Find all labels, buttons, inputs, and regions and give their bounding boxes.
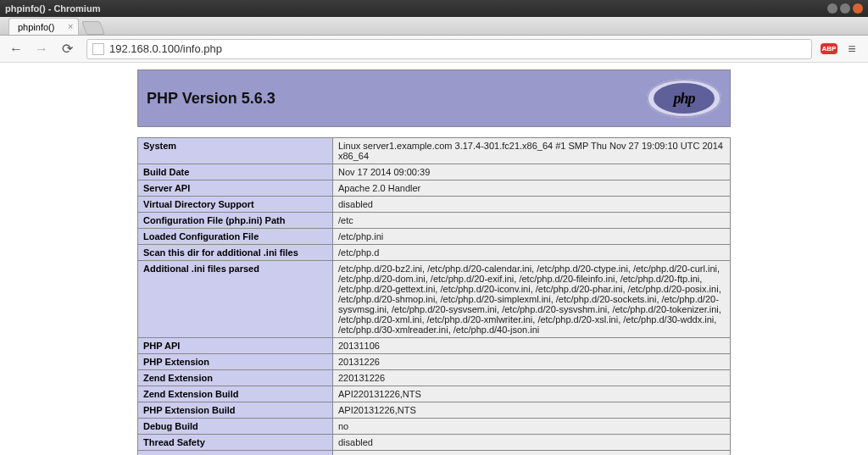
table-row: Server APIApache 2.0 Handler <box>138 180 731 197</box>
new-tab-button[interactable] <box>82 21 106 35</box>
tab-close-icon[interactable]: × <box>68 21 73 31</box>
info-value: disabled <box>333 435 731 451</box>
table-row: Zend Extension220131226 <box>138 370 731 386</box>
reload-button[interactable]: ⟳ <box>56 38 78 60</box>
info-key: Zend Signal Handling <box>138 451 333 456</box>
info-key: Scan this dir for additional .ini files <box>138 245 333 261</box>
window-close-button[interactable] <box>853 3 863 14</box>
window-minimize-button[interactable] <box>827 3 837 14</box>
back-button[interactable]: ← <box>5 38 27 60</box>
info-key: PHP API <box>138 338 333 354</box>
page-icon <box>92 43 104 55</box>
info-key: Zend Extension Build <box>138 386 333 402</box>
info-value: 220131226 <box>333 370 731 386</box>
table-row: PHP Extension20131226 <box>138 354 731 370</box>
window-maximize-button[interactable] <box>840 3 850 14</box>
forward-button[interactable]: → <box>31 38 53 60</box>
os-titlebar: phpinfo() - Chromium <box>0 0 868 17</box>
tab-title: phpinfo() <box>18 22 54 32</box>
address-bar-text: 192.168.0.100/info.php <box>109 42 806 55</box>
info-key: Thread Safety <box>138 435 333 451</box>
table-row: Zend Signal Handlingdisabled <box>138 451 731 456</box>
hamburger-icon: ≡ <box>848 42 855 57</box>
info-value: Linux server1.example.com 3.17.4-301.fc2… <box>333 138 731 164</box>
info-key: Zend Extension <box>138 370 333 386</box>
info-value: /etc/php.ini <box>333 229 731 245</box>
info-value: Nov 17 2014 09:00:39 <box>333 164 731 180</box>
info-value: disabled <box>333 451 731 456</box>
table-row: Thread Safetydisabled <box>138 435 731 451</box>
info-value: API220131226,NTS <box>333 386 731 402</box>
table-row: Debug Buildno <box>138 419 731 435</box>
table-row: Build DateNov 17 2014 09:00:39 <box>138 164 731 180</box>
info-key: Virtual Directory Support <box>138 197 333 213</box>
phpinfo-table: SystemLinux server1.example.com 3.17.4-3… <box>137 137 731 455</box>
info-value: no <box>333 419 731 435</box>
info-key: PHP Extension <box>138 354 333 370</box>
table-row: Virtual Directory Supportdisabled <box>138 197 731 213</box>
page-content[interactable]: PHP Version 5.6.3 php SystemLinux server… <box>0 63 868 455</box>
info-value: /etc/php.d <box>333 245 731 261</box>
info-value: Apache 2.0 Handler <box>333 180 731 197</box>
php-logo: php <box>647 79 721 118</box>
browser-tab[interactable]: phpinfo() × <box>8 18 79 35</box>
info-key: Configuration File (php.ini) Path <box>138 213 333 229</box>
info-key: Debug Build <box>138 419 333 435</box>
table-row: Scan this dir for additional .ini files/… <box>138 245 731 261</box>
info-key: Server API <box>138 180 333 197</box>
php-logo-text: php <box>654 83 715 114</box>
info-key: Loaded Configuration File <box>138 229 333 245</box>
php-version-title: PHP Version 5.6.3 <box>147 90 275 108</box>
browser-tabstrip: phpinfo() × <box>0 17 868 36</box>
info-value: API20131226,NTS <box>333 402 731 419</box>
address-bar[interactable]: 192.168.0.100/info.php <box>86 39 812 59</box>
table-row: PHP Extension BuildAPI20131226,NTS <box>138 402 731 419</box>
os-window-title: phpinfo() - Chromium <box>5 3 827 14</box>
info-value: /etc <box>333 213 731 229</box>
table-row: Configuration File (php.ini) Path/etc <box>138 213 731 229</box>
adblock-extension-button[interactable]: ABP <box>821 41 837 58</box>
info-key: Build Date <box>138 164 333 180</box>
info-key: Additional .ini files parsed <box>138 261 333 338</box>
info-value: 20131226 <box>333 354 731 370</box>
info-value: /etc/php.d/20-bz2.ini, /etc/php.d/20-cal… <box>333 261 731 338</box>
phpinfo-header: PHP Version 5.6.3 php <box>137 69 731 127</box>
table-row: PHP API20131106 <box>138 338 731 354</box>
abp-icon: ABP <box>821 43 838 54</box>
info-key: System <box>138 138 333 164</box>
info-value: 20131106 <box>333 338 731 354</box>
arrow-right-icon: → <box>35 42 48 57</box>
browser-toolbar: ← → ⟳ 192.168.0.100/info.php ABP ≡ <box>0 36 868 63</box>
info-key: PHP Extension Build <box>138 402 333 419</box>
table-row: SystemLinux server1.example.com 3.17.4-3… <box>138 138 731 164</box>
table-row: Additional .ini files parsed/etc/php.d/2… <box>138 261 731 338</box>
table-row: Loaded Configuration File/etc/php.ini <box>138 229 731 245</box>
reload-icon: ⟳ <box>62 41 73 57</box>
info-value: disabled <box>333 197 731 213</box>
arrow-left-icon: ← <box>9 42 23 57</box>
menu-button[interactable]: ≡ <box>841 38 863 60</box>
table-row: Zend Extension BuildAPI220131226,NTS <box>138 386 731 402</box>
